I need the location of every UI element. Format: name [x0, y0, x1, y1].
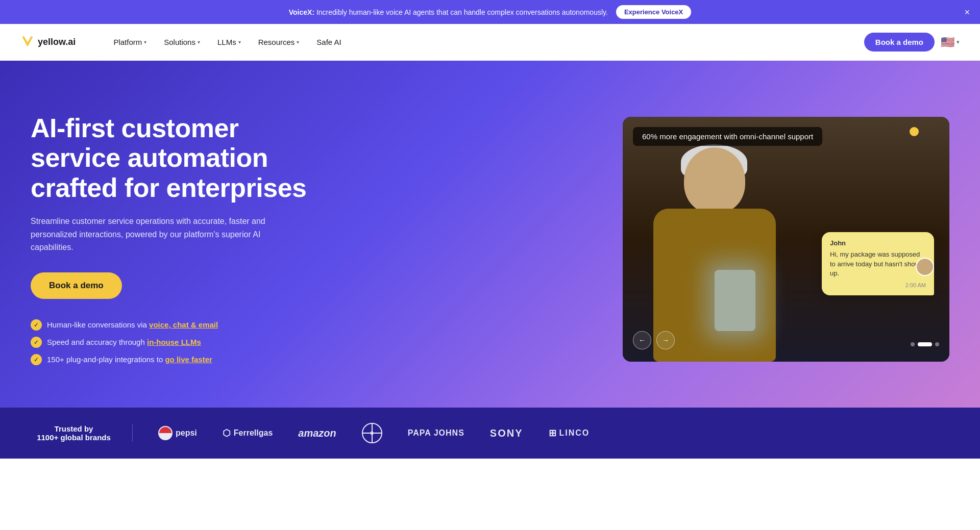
brand-amazon: amazon — [298, 427, 336, 439]
nav-resources[interactable]: Resources ▾ — [251, 34, 307, 51]
feature-link-llms[interactable]: in-house LLMs — [147, 338, 201, 346]
nav-platform-label: Platform — [113, 38, 142, 46]
accent-dot — [910, 127, 919, 136]
chat-user-name: John — [830, 239, 926, 247]
phone-glow — [715, 270, 755, 331]
papajohns-logo-text: PAPA JOHNS — [408, 428, 464, 438]
brand-papajohns: PAPA JOHNS — [408, 428, 464, 438]
nav-right: Book a demo 🇺🇸 ▾ — [864, 33, 960, 52]
nav-book-demo-button[interactable]: Book a demo — [864, 33, 935, 52]
experience-voicex-button[interactable]: Experience VoiceX — [616, 5, 691, 19]
nav-llms-label: LLMs — [217, 38, 236, 46]
banner-close-button[interactable]: × — [964, 8, 970, 17]
nav-solutions[interactable]: Solutions ▾ — [157, 34, 207, 51]
slide-indicators — [911, 342, 939, 346]
banner-brand: VoiceX: — [289, 8, 314, 16]
feature-voice-chat-email: ✓ Human-like conversations via voice, ch… — [31, 319, 327, 331]
feature-plain-3: 150+ plug-and-play integrations to — [47, 355, 165, 364]
language-chevron-icon: ▾ — [957, 39, 960, 45]
nav-solutions-label: Solutions — [164, 38, 195, 46]
slide-dot-2[interactable] — [918, 342, 932, 346]
hero-right-visual: 60% more engagement with omni-channel su… — [347, 117, 949, 362]
lincoln-logo-text: LINCO — [559, 428, 590, 438]
person-silhouette — [643, 137, 837, 362]
hero-demo-card: 60% more engagement with omni-channel su… — [623, 117, 949, 362]
feature-link-integrations[interactable]: go live faster — [165, 355, 212, 364]
nav-safe-ai-label: Safe AI — [316, 38, 341, 46]
nav-platform-chevron: ▾ — [144, 39, 146, 45]
pepsi-logo-text: pepsi — [176, 428, 197, 438]
feature-check-icon-2: ✓ — [31, 337, 42, 348]
brands-section: Trusted by 1100+ global brands pepsi Fer… — [0, 408, 980, 459]
logo-link[interactable]: yellow.ai — [20, 35, 76, 49]
nav-resources-label: Resources — [258, 38, 295, 46]
person-head — [684, 147, 745, 214]
feature-text-2: Speed and accuracy through in-house LLMs — [47, 338, 201, 346]
brands-logos-list: pepsi Ferrellgas amazon B PAPA JOHNS SON… — [133, 423, 949, 443]
feature-check-icon-1: ✓ — [31, 319, 42, 331]
chat-timestamp: 2:00 AM — [830, 282, 926, 288]
main-navbar: yellow.ai Platform ▾ Solutions ▾ LLMs ▾ … — [0, 24, 980, 61]
language-selector[interactable]: 🇺🇸 ▾ — [941, 36, 960, 49]
logo-text: yellow.ai — [38, 37, 76, 47]
bayer-circle-logo: B — [362, 423, 382, 443]
nav-solutions-chevron: ▾ — [198, 39, 200, 45]
next-slide-button[interactable]: → — [656, 331, 675, 349]
feature-check-icon-3: ✓ — [31, 354, 42, 365]
chat-message: Hi, my package was supposed to arrive to… — [830, 250, 926, 278]
brand-bayer: B — [362, 423, 382, 443]
feature-link-voice[interactable]: voice, chat & email — [149, 320, 218, 329]
hero-subtitle: Streamline customer service operations w… — [31, 215, 276, 254]
hero-book-demo-button[interactable]: Book a demo — [31, 272, 122, 299]
banner-description: Incredibly human-like voice AI agents th… — [316, 8, 608, 16]
brands-label-line1: Trusted by — [31, 424, 117, 433]
avatar-icon — [917, 259, 933, 275]
engagement-badge: 60% more engagement with omni-channel su… — [633, 127, 822, 146]
slide-dot-1[interactable] — [911, 342, 915, 346]
nav-platform[interactable]: Platform ▾ — [106, 34, 154, 51]
slide-dot-3[interactable] — [935, 342, 939, 346]
feature-text-1: Human-like conversations via voice, chat… — [47, 320, 218, 329]
feature-plain-1: Human-like conversations via — [47, 320, 149, 329]
feature-integrations: ✓ 150+ plug-and-play integrations to go … — [31, 354, 327, 365]
brands-label-line2: 1100+ global brands — [31, 433, 117, 442]
svg-point-1 — [919, 269, 932, 275]
feature-plain-2: Speed and accuracy through — [47, 338, 147, 346]
hero-left-content: AI-first customer service automation cra… — [31, 113, 327, 365]
nav-resources-chevron: ▾ — [297, 39, 299, 45]
hero-features-list: ✓ Human-like conversations via voice, ch… — [31, 319, 327, 365]
brands-label: Trusted by 1100+ global brands — [31, 424, 133, 442]
flag-icon: 🇺🇸 — [941, 36, 954, 49]
hero-title: AI-first customer service automation cra… — [31, 113, 327, 203]
brand-sony: SONY — [490, 427, 523, 439]
svg-point-0 — [921, 261, 928, 268]
bayer-text: B — [371, 431, 374, 436]
amazon-logo-text: amazon — [298, 427, 336, 439]
feature-text-3: 150+ plug-and-play integrations to go li… — [47, 355, 212, 364]
brand-ferrellgas: Ferrellgas — [223, 427, 273, 439]
nav-links: Platform ▾ Solutions ▾ LLMs ▾ Resources … — [106, 34, 864, 51]
nav-llms[interactable]: LLMs ▾ — [210, 34, 248, 51]
ferrellgas-logo-text: Ferrellgas — [234, 428, 273, 438]
nav-llms-chevron: ▾ — [238, 39, 241, 45]
sony-logo-text: SONY — [490, 427, 523, 439]
banner-text: VoiceX: Incredibly human-like voice AI a… — [289, 8, 608, 16]
yellow-ai-logo-icon — [20, 35, 35, 49]
prev-slide-button[interactable]: ← — [633, 331, 651, 349]
chat-user-avatar — [916, 258, 934, 276]
hero-section: AI-first customer service automation cra… — [0, 61, 980, 408]
lincoln-icon: ⊞ — [549, 427, 556, 439]
brand-lincoln: ⊞ LINCO — [549, 427, 590, 439]
feature-in-house-llms: ✓ Speed and accuracy through in-house LL… — [31, 337, 327, 348]
card-nav-arrows: ← → — [633, 331, 675, 349]
announcement-banner: VoiceX: Incredibly human-like voice AI a… — [0, 0, 980, 24]
brand-pepsi: pepsi — [158, 426, 197, 440]
nav-safe-ai[interactable]: Safe AI — [309, 34, 348, 51]
